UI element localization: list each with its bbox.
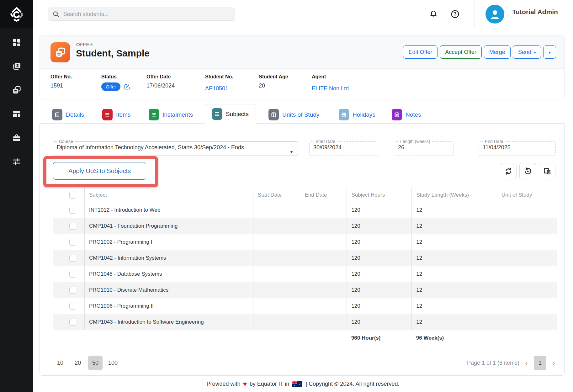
notifications-button[interactable] <box>427 7 440 21</box>
cell-start-date <box>253 234 300 250</box>
cell-subject: PRG1006 - Programming II <box>84 298 253 314</box>
column-header-unit-of-study[interactable]: Unit of Study <box>497 188 557 202</box>
row-checkbox[interactable] <box>69 255 76 262</box>
table-row[interactable]: PRG1010 - Discrete Mathematics 120 12 <box>53 282 557 298</box>
user-name[interactable]: Tutorial Admin <box>512 8 558 16</box>
sidebar-item-dashboard[interactable] <box>9 37 24 48</box>
table-row[interactable]: CMP1041 - Foundation Programming 120 12 <box>53 218 557 234</box>
meta-field-offer-no: Offer No. 1591 <box>50 69 72 89</box>
units-icon <box>268 109 279 120</box>
table-toolbar <box>500 163 555 179</box>
sidebar-item-courses[interactable] <box>9 109 24 119</box>
tab-label: Holidays <box>353 111 375 118</box>
column-header-end-date[interactable]: End Date <box>300 188 347 202</box>
page-size-10[interactable]: 10 <box>53 356 67 370</box>
help-button[interactable]: ? <box>448 7 462 21</box>
cell-study-length: 12 <box>412 314 497 330</box>
row-checkbox[interactable] <box>69 271 76 278</box>
cell-start-date <box>253 298 300 314</box>
offer-date-value: 17/06/2024 <box>146 82 175 89</box>
row-checkbox[interactable] <box>69 303 76 310</box>
chevron-down-icon: ▾ <box>290 149 293 154</box>
column-header-study-length-weeks[interactable]: Study Length (Weeks) <box>412 188 497 202</box>
bell-icon <box>429 10 438 19</box>
total-hours: 960 Hour(s) <box>347 330 412 346</box>
cell-subject-hours: 120 <box>347 250 412 266</box>
row-checkbox[interactable] <box>69 287 76 294</box>
meta-field-offer-date: Offer Date 17/06/2024 <box>146 69 175 89</box>
tab-units-of-study[interactable]: Units of Study <box>268 109 319 120</box>
table-row[interactable]: CMP1042 - Information Systems 120 12 <box>53 250 557 266</box>
tab-holidays[interactable]: Holidays <box>339 109 375 120</box>
end-date-field[interactable]: End Date 11/04/2025 <box>479 139 556 156</box>
app-logo[interactable] <box>0 0 33 28</box>
cell-study-length: 12 <box>412 234 497 250</box>
more-actions-button[interactable]: ▾ <box>543 45 556 59</box>
copy-button[interactable] <box>539 163 555 179</box>
history-button[interactable] <box>519 163 536 179</box>
topbar-divider <box>474 0 475 28</box>
offer-no-value: 1591 <box>50 82 63 89</box>
cell-subject: INT1012 - Introduction to Web <box>84 202 253 218</box>
page-size-50[interactable]: 50 <box>88 356 103 370</box>
cell-subject: CMP1041 - Foundation Programming <box>84 218 253 234</box>
table-row[interactable]: PRG1002 - Programming I 120 12 <box>53 234 557 250</box>
tab-items[interactable]: Items <box>102 109 130 120</box>
tab-notes[interactable]: Notes <box>392 109 421 120</box>
tab-label: Items <box>116 111 130 118</box>
previous-page-button[interactable]: ‹ <box>524 358 529 368</box>
cell-subject-hours: 120 <box>347 282 412 298</box>
footer-text-1: Provided with <box>207 381 241 387</box>
sidebar-item-offers[interactable] <box>9 85 24 95</box>
course-value: Diploma of Information Technology Accele… <box>57 144 294 151</box>
cell-start-date <box>253 202 300 218</box>
tab-instalments[interactable]: Instalments <box>149 109 193 120</box>
page-size-20[interactable]: 20 <box>71 356 85 370</box>
edit-status-icon[interactable] <box>124 83 130 90</box>
next-page-button[interactable]: › <box>551 358 556 368</box>
table-row[interactable]: INT1012 - Introduction to Web 120 12 <box>53 202 557 218</box>
merge-button[interactable]: Merge <box>484 45 511 59</box>
start-date-field[interactable]: Start Date 30/09/2024 <box>309 139 378 156</box>
apply-uos-to-subjects-button[interactable]: Apply UoS to Subjects <box>53 162 146 180</box>
meta-field-student-age: Student Age 20 <box>259 69 288 89</box>
cell-unit-of-study <box>497 234 557 250</box>
row-checkbox[interactable] <box>69 207 76 214</box>
sidebar-item-students[interactable] <box>9 61 24 72</box>
length-weeks-field[interactable]: Length (weeks) 26 <box>394 139 454 156</box>
send-button[interactable]: Send▾ <box>513 45 541 59</box>
tab-subjects[interactable]: Subjects <box>205 104 256 124</box>
pagination-bar: 102050100 Page 1 of 1 (8 items) ‹ 1 › <box>53 353 556 372</box>
column-header-start-date[interactable]: Start Date <box>253 188 300 202</box>
table-row[interactable]: PRG1006 - Programming II 120 12 <box>53 298 557 314</box>
accept-offer-button[interactable]: Accept Offer <box>440 45 482 59</box>
row-checkbox[interactable] <box>69 319 76 326</box>
cell-subject-hours: 120 <box>347 218 412 234</box>
edit-offer-button[interactable]: Edit Offer <box>403 45 438 59</box>
agent-link[interactable]: ELITE Non Ltd <box>312 85 349 92</box>
current-page-button[interactable]: 1 <box>534 356 546 370</box>
tab-details[interactable]: Details <box>52 109 84 120</box>
column-header-subject[interactable]: Subject <box>84 188 253 202</box>
search-input[interactable] <box>63 11 231 18</box>
page-size-100[interactable]: 100 <box>106 356 120 370</box>
table-row[interactable]: CMP1043 - Introduction to Software Engin… <box>53 314 557 330</box>
cell-unit-of-study <box>497 314 557 330</box>
student-no-link[interactable]: AP10501 <box>205 85 228 92</box>
column-header-subject-hours[interactable]: Subject Hours <box>347 188 412 202</box>
row-checkbox[interactable] <box>69 239 76 246</box>
user-avatar[interactable] <box>485 5 504 24</box>
meta-label: Student No. <box>205 74 233 80</box>
search-icon <box>52 10 60 18</box>
sidebar-item-agents[interactable] <box>9 132 24 143</box>
row-checkbox[interactable] <box>69 223 76 230</box>
cell-subject-hours: 120 <box>347 202 412 218</box>
cell-start-date <box>253 266 300 282</box>
course-select[interactable]: Course Diploma of Information Technology… <box>53 139 298 156</box>
person-icon <box>489 8 501 20</box>
table-row[interactable]: PRG1048 - Database Systems 120 12 <box>53 266 557 282</box>
sidebar-item-settings[interactable] <box>9 156 24 167</box>
layout-icon <box>12 109 21 119</box>
select-all-checkbox[interactable] <box>69 192 76 199</box>
refresh-button[interactable] <box>500 163 517 179</box>
